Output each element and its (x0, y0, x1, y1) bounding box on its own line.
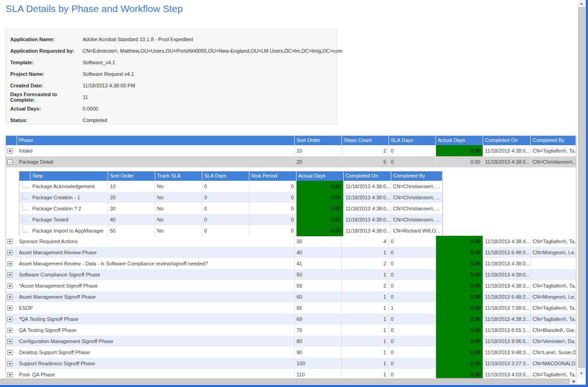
expand-plus-icon[interactable]: + (7, 272, 12, 277)
step-table-row[interactable]: Package Import to AppManager50No000.0011… (19, 225, 443, 236)
expand-plus-icon[interactable]: + (7, 361, 12, 366)
vertical-scrollbar-thumb[interactable] (578, 7, 585, 368)
horizontal-scrollbar[interactable]: ▶ (0, 378, 578, 384)
phase-name-cell: Support Readiness Signoff Phase (17, 358, 295, 369)
steps-count-cell: 1 (342, 269, 389, 280)
table-row[interactable]: +···Support Readiness Signoff Phase10010… (6, 358, 576, 369)
column-header-sort-order[interactable]: Sort Order (295, 136, 342, 145)
expander-cell: +··· (6, 302, 17, 313)
collapse-minus-icon[interactable]: - (7, 160, 12, 165)
info-label: Status: (10, 117, 83, 123)
table-row[interactable]: +···Asset Management Review Phase40100.0… (6, 247, 576, 258)
step-column-header-sort[interactable]: Sort Order (108, 172, 155, 181)
completed-by-cell: CN=Tagliaferri\, Ta... (531, 302, 576, 313)
expander-cell: +··· (6, 358, 17, 369)
table-row[interactable]: +···Configuration Management Signoff Pha… (6, 336, 576, 347)
step-table-row[interactable]: Package Tested40No000.0011/18/2013 4:38:… (19, 214, 443, 225)
step-actual-days-cell: 0.00 (297, 192, 344, 203)
table-row[interactable]: +···Software Compliance Signoff Phase501… (6, 269, 576, 280)
horizontal-scrollbar-thumb[interactable] (0, 379, 570, 384)
step-column-header-risk[interactable]: Risk Period (249, 172, 297, 181)
column-header-completed-on[interactable]: Completed On (483, 136, 531, 145)
tree-branch-icon (22, 227, 28, 233)
step-name-cell: Package Import to AppManager (30, 225, 108, 236)
expander-cell: +··· (6, 280, 17, 291)
column-header-phase[interactable]: Phase (17, 136, 295, 145)
table-row[interactable]: +···Sponsor Required Actions30400.0011/1… (6, 236, 576, 247)
step-completed-by-cell: CN=Christiansen\, ... (391, 181, 443, 192)
step-table-row[interactable]: Package Creation ? 230No000.0011/18/2013… (19, 203, 443, 214)
expand-plus-icon[interactable]: + (7, 148, 12, 154)
phase-name-cell: Configuration Management Signoff Phase (17, 336, 295, 347)
completed-on-cell: 11/18/2013 4:38:0... (483, 156, 531, 167)
tree-dots-icon: ··· (13, 306, 17, 310)
scroll-up-icon[interactable]: ▲ (578, 1, 585, 6)
expand-plus-icon[interactable]: + (7, 295, 12, 300)
sla-days-cell: 0 (389, 369, 436, 378)
step-column-header-on[interactable]: Completed On (344, 172, 391, 181)
table-row[interactable]: +···Intake10200.0011/18/2013 4:38:0...CN… (6, 145, 576, 156)
table-row[interactable]: +···Asset Management Review - Data - Is … (6, 258, 576, 269)
phase-name-cell: QA Testing Signoff Phase (17, 325, 295, 336)
expand-plus-icon[interactable]: + (7, 350, 12, 355)
step-completed-on-cell: 11/18/2013 4:38:0... (344, 214, 391, 225)
table-row[interactable]: +···Desktop Support Signoff Phase90100.0… (6, 347, 576, 358)
completed-on-cell: 11/19/2013 4:03:0... (483, 369, 531, 378)
table-row[interactable]: +···Asset Management Signoff Phase60100.… (6, 291, 576, 302)
step-actual-days-cell: 0.00 (297, 225, 344, 236)
step-sort-order-cell: 40 (108, 214, 155, 225)
actual-days-cell: 0.00 (436, 325, 483, 336)
step-column-header-by[interactable]: Completed By (391, 172, 443, 181)
expand-plus-icon[interactable]: + (7, 317, 12, 322)
step-completed-on-cell: 11/18/2013 4:38:0... (344, 225, 391, 236)
completed-by-cell: CN=Tagliaferri\, Ta... (531, 369, 576, 378)
column-header-steps-count[interactable]: Steps Count (342, 136, 389, 145)
phase-name-cell: Software Compliance Signoff Phase (17, 269, 295, 280)
table-row[interactable]: +···*QA Testing Signoff Phase69100.0011/… (6, 313, 576, 325)
step-column-header-act[interactable]: Actual Days (297, 172, 344, 181)
scroll-down-icon[interactable]: ▼ (578, 371, 585, 375)
expander-column-header (6, 136, 17, 145)
step-name-cell: Package Tested (30, 214, 108, 225)
step-table-row[interactable]: Package Acknowledgement10No000.0011/18/2… (19, 181, 443, 192)
table-row[interactable]: +···ESDP65110.0011/18/2013 7:08:0...CN=T… (6, 302, 576, 313)
expand-plus-icon[interactable]: + (7, 306, 12, 311)
risk-period-cell: 0 (249, 181, 297, 192)
step-column-header-step[interactable]: Step (30, 172, 108, 181)
expand-plus-icon[interactable]: + (7, 328, 12, 333)
column-header-actual-days[interactable]: Actual Days (436, 136, 483, 145)
step-table-row[interactable]: Package Creation - 120No000.0011/18/2013… (19, 192, 443, 203)
column-header-sla-days[interactable]: SLA Days (389, 136, 436, 145)
step-column-header-sla[interactable]: SLA Days (202, 172, 249, 181)
expander-cell: +··· (6, 247, 17, 258)
window-border-right (586, 0, 588, 387)
info-label: Application Name: (10, 37, 83, 42)
expand-plus-icon[interactable]: + (7, 261, 12, 266)
expand-plus-icon[interactable]: + (7, 239, 12, 244)
info-label: Actual Days: (10, 106, 83, 111)
table-row[interactable]: +···QA Testing Signoff Phase70100.0011/1… (6, 325, 576, 336)
step-sort-order-cell: 20 (108, 192, 155, 203)
actual-days-cell: 0.00 (436, 156, 483, 167)
expand-plus-icon[interactable]: + (7, 339, 12, 344)
track-sla-cell: No (155, 181, 202, 192)
sla-days-cell: 0 (389, 280, 436, 291)
table-row[interactable]: +···Post- QA Phase110100.0011/19/2013 4:… (6, 369, 576, 378)
tree-dots-icon: ··· (13, 261, 17, 266)
expand-plus-icon[interactable]: + (7, 250, 12, 255)
column-header-completed-by[interactable]: Completed By (531, 136, 576, 145)
track-sla-cell: No (155, 192, 202, 203)
step-column-header-track[interactable]: Track SLA (155, 172, 202, 181)
table-row[interactable]: +···*Asset Management Signoff Phase59200… (6, 280, 576, 291)
vertical-scrollbar[interactable]: ▲ ▼ (578, 0, 585, 378)
expand-plus-icon[interactable]: + (7, 283, 12, 289)
expander-cell: +··· (6, 325, 17, 336)
expand-plus-icon[interactable]: + (7, 372, 12, 377)
steps-count-cell: 1 (342, 247, 389, 258)
tree-dots-icon: ··· (13, 339, 17, 344)
table-row[interactable]: -···Package Detail20500.0011/18/2013 4:3… (6, 156, 576, 167)
info-row: Status: Completed (6, 114, 337, 126)
info-label: Created Date: (10, 83, 83, 88)
scroll-right-icon[interactable]: ▶ (571, 379, 577, 383)
step-sla-days-cell: 0 (202, 181, 249, 192)
